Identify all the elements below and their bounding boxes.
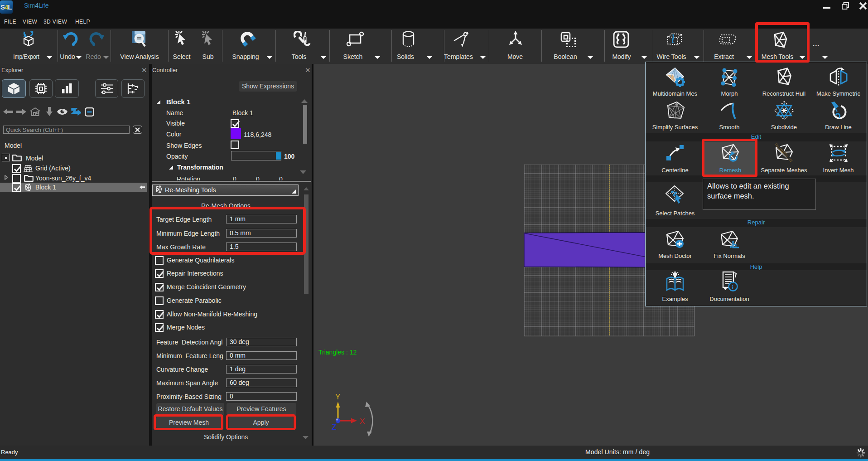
svg-text:Z: Z <box>332 423 336 432</box>
svg-text:Y: Y <box>335 393 340 401</box>
svg-text:i: i <box>732 284 734 291</box>
svg-text:X: X <box>360 417 365 426</box>
